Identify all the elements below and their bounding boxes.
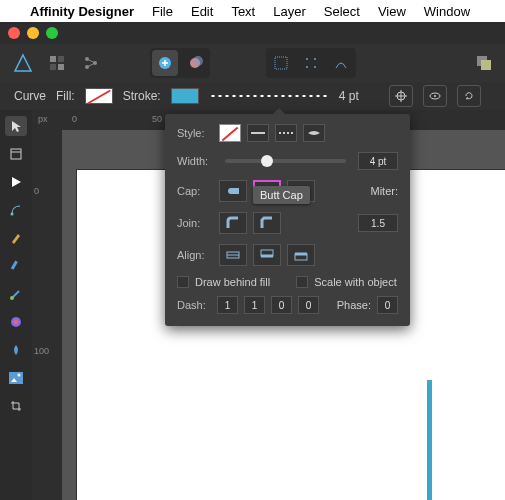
ruler-tick: 0 xyxy=(72,114,77,124)
window-minimize-button[interactable] xyxy=(27,27,39,39)
menu-view[interactable]: View xyxy=(378,4,406,19)
stroke-style-solid-button[interactable] xyxy=(247,124,269,142)
crop-tool-icon[interactable] xyxy=(5,396,27,416)
transparency-tool-icon[interactable] xyxy=(5,340,27,360)
svg-rect-1 xyxy=(50,56,56,62)
toolbar-fx-icon[interactable] xyxy=(182,50,208,76)
dash-input-0[interactable]: 1 xyxy=(217,296,238,314)
add-layer-icon[interactable] xyxy=(152,50,178,76)
svg-rect-3 xyxy=(50,64,56,70)
panel-layout-icon[interactable] xyxy=(473,52,495,74)
svg-point-40 xyxy=(228,188,234,194)
stroke-swatch[interactable] xyxy=(171,88,199,104)
stroke-label: Stroke: xyxy=(123,89,161,103)
width-input[interactable]: 4 pt xyxy=(358,152,398,170)
svg-point-17 xyxy=(314,66,316,68)
join-bevel-button[interactable] xyxy=(253,212,281,234)
shape-ellipse-icon[interactable] xyxy=(5,480,27,500)
persona-designer-icon[interactable] xyxy=(10,50,36,76)
persona-export-icon[interactable] xyxy=(78,50,104,76)
svg-point-14 xyxy=(306,58,308,60)
svg-rect-31 xyxy=(11,261,18,270)
stroke-style-none-button[interactable] xyxy=(219,124,241,142)
scale-with-checkbox[interactable] xyxy=(296,276,308,288)
style-label: Style: xyxy=(177,127,213,139)
align-center-button[interactable] xyxy=(219,244,247,266)
svg-point-12 xyxy=(193,56,203,66)
place-image-tool-icon[interactable] xyxy=(5,368,27,388)
snap-grid-icon[interactable] xyxy=(268,50,294,76)
cap-tooltip: Butt Cap xyxy=(253,186,310,204)
window-titlebar xyxy=(0,22,505,44)
align-label: Align: xyxy=(177,249,213,261)
width-slider[interactable] xyxy=(225,159,346,163)
fill-swatch[interactable] xyxy=(85,88,113,104)
persona-pixel-icon[interactable] xyxy=(44,50,70,76)
move-tool-icon[interactable] xyxy=(5,116,27,136)
menu-file[interactable]: File xyxy=(152,4,173,19)
ruler-unit-label: px xyxy=(38,114,48,124)
dash-input-2[interactable]: 0 xyxy=(271,296,292,314)
draw-behind-checkbox[interactable] xyxy=(177,276,189,288)
window-close-button[interactable] xyxy=(8,27,20,39)
svg-point-30 xyxy=(11,213,14,216)
brush-tool-icon[interactable] xyxy=(5,284,27,304)
miter-label: Miter: xyxy=(371,185,399,197)
svg-marker-29 xyxy=(12,177,21,187)
menu-window[interactable]: Window xyxy=(424,4,470,19)
align-inside-button[interactable] xyxy=(253,244,281,266)
cap-round-button[interactable] xyxy=(219,180,247,202)
svg-line-9 xyxy=(87,63,95,67)
menu-edit[interactable]: Edit xyxy=(191,4,213,19)
pen-tool-icon[interactable] xyxy=(5,228,27,248)
align-outside-button[interactable] xyxy=(287,244,315,266)
stroke-width-label[interactable]: 4 pt xyxy=(339,89,359,103)
menu-layer[interactable]: Layer xyxy=(273,4,306,19)
mac-menubar: Affinity Designer File Edit Text Layer S… xyxy=(0,0,505,22)
shape-rounded-icon[interactable] xyxy=(5,452,27,472)
window-maximize-button[interactable] xyxy=(46,27,58,39)
svg-rect-19 xyxy=(481,60,491,70)
corner-tool-icon[interactable] xyxy=(5,200,27,220)
vertical-stroke-shape[interactable] xyxy=(427,380,432,500)
show-rotation-icon[interactable] xyxy=(423,85,447,107)
pencil-tool-icon[interactable] xyxy=(5,256,27,276)
app-name[interactable]: Affinity Designer xyxy=(30,4,134,19)
phase-input[interactable]: 0 xyxy=(377,296,398,314)
svg-line-8 xyxy=(87,59,95,63)
svg-point-15 xyxy=(314,58,316,60)
join-label: Join: xyxy=(177,217,213,229)
stroke-style-brush-button[interactable] xyxy=(303,124,325,142)
left-tool-panel xyxy=(0,110,32,500)
stroke-style-preview[interactable] xyxy=(209,94,329,98)
snap-points-icon[interactable] xyxy=(298,50,324,76)
svg-rect-34 xyxy=(9,372,23,384)
node-tool-icon[interactable] xyxy=(5,172,27,192)
svg-rect-4 xyxy=(58,64,64,70)
dash-input-1[interactable]: 1 xyxy=(244,296,265,314)
svg-rect-13 xyxy=(275,57,287,69)
miter-input[interactable]: 1.5 xyxy=(358,214,398,232)
svg-marker-0 xyxy=(15,55,31,71)
svg-point-16 xyxy=(306,66,308,68)
dash-input-3[interactable]: 0 xyxy=(298,296,319,314)
dash-label: Dash: xyxy=(177,299,211,311)
snap-curve-icon[interactable] xyxy=(328,50,354,76)
ruler-tick: 100 xyxy=(34,346,49,356)
width-slider-thumb[interactable] xyxy=(261,155,273,167)
ruler-tick: 0 xyxy=(34,186,39,196)
menu-select[interactable]: Select xyxy=(324,4,360,19)
scale-with-label: Scale with object xyxy=(314,276,397,288)
svg-point-36 xyxy=(18,374,21,377)
fill-tool-icon[interactable] xyxy=(5,312,27,332)
reset-box-icon[interactable] xyxy=(457,85,481,107)
artboard-tool-icon[interactable] xyxy=(5,144,27,164)
shape-rect-icon[interactable] xyxy=(5,424,27,444)
stroke-style-dash-button[interactable] xyxy=(275,124,297,142)
menu-text[interactable]: Text xyxy=(231,4,255,19)
draw-behind-label: Draw behind fill xyxy=(195,276,270,288)
cap-label: Cap: xyxy=(177,185,213,197)
join-round-button[interactable] xyxy=(219,212,247,234)
svg-point-24 xyxy=(434,95,436,97)
transform-origin-icon[interactable] xyxy=(389,85,413,107)
